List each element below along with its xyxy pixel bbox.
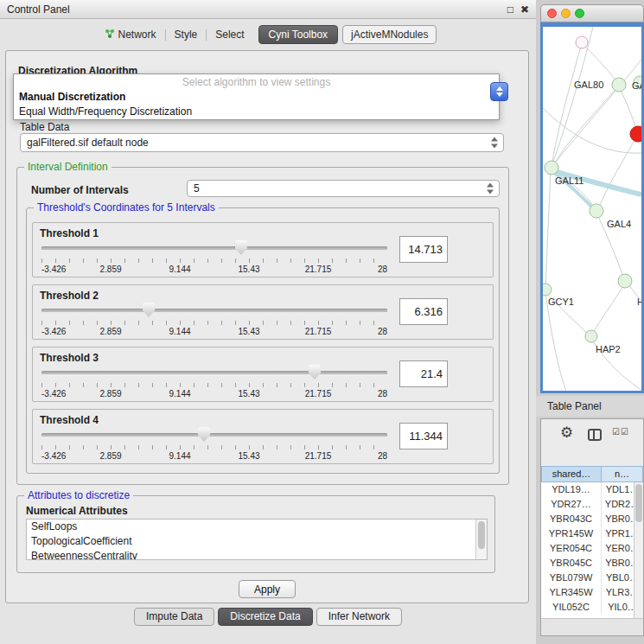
table-row[interactable]: YLR345WYLR3…	[541, 585, 643, 600]
table-row[interactable]: YER054CYER0…	[541, 541, 643, 556]
scale-label: 9.144	[169, 389, 190, 399]
node[interactable]	[618, 274, 632, 288]
threshold-1-value[interactable]: 14.713	[399, 236, 448, 263]
apply-button[interactable]: Apply	[239, 580, 296, 598]
node-label: GA	[632, 80, 641, 91]
slider-thumb[interactable]	[309, 365, 321, 379]
network-view-window: GAL80 GA GAL11 GAL4 GCY1 H HAP2	[540, 4, 644, 393]
threshold-2-value[interactable]: 6.316	[399, 298, 448, 325]
scale-label: 2.859	[99, 451, 121, 461]
cell[interactable]: YDL19…	[541, 482, 602, 497]
threshold-2-block: Threshold 2 -3.426 2.859 9.144 15.43 21.…	[32, 284, 494, 340]
combo-arrows-icon	[487, 183, 494, 194]
dropdown-option-manual-discretization[interactable]: Manual Discretization	[14, 90, 499, 105]
slider-scale: -3.426 2.859 9.144 15.43 21.715 28	[41, 389, 387, 399]
close-icon[interactable]: ✖	[520, 3, 529, 16]
cell[interactable]: YDR27…	[541, 497, 602, 512]
tab-network[interactable]: Network	[99, 26, 162, 44]
attributes-legend: Attributes to discretize	[24, 489, 133, 501]
interval-definition-group: Interval Definition Number of Intervals …	[16, 167, 509, 485]
threshold-3-slider[interactable]: -3.426 2.859 9.144 15.43 21.715 28	[41, 365, 387, 401]
tab-impute-data[interactable]: Impute Data	[134, 608, 214, 626]
cell[interactable]: YBR045C	[541, 556, 602, 571]
table-data-combo-value: galFiltered.sif default node	[27, 137, 149, 149]
bottom-tab-bar: Impute Data Discretize Data Infer Networ…	[0, 608, 536, 626]
table-row[interactable]: YDR27…YDR2…	[541, 497, 643, 512]
node[interactable]	[543, 284, 552, 296]
close-traffic-light-icon[interactable]	[547, 9, 557, 18]
table-data-combo[interactable]: galFiltered.sif default node	[20, 133, 504, 152]
scale-label: 28	[378, 327, 387, 336]
table-header-row: shared… n…	[541, 466, 643, 482]
threshold-1-slider[interactable]: -3.426 2.859 9.144 15.43 21.715 28	[41, 240, 387, 277]
node[interactable]	[545, 161, 558, 175]
algorithm-dropdown-popup: Select algorithm to view settings Manual…	[13, 73, 500, 120]
select-columns-checkboxes-icon[interactable]: ☑☑	[612, 427, 629, 437]
scale-label: 21.715	[305, 327, 332, 336]
scale-label: 28	[378, 451, 387, 461]
cell[interactable]: YPR145W	[541, 526, 602, 541]
tab-jactivemnodules[interactable]: jActiveMNodules	[342, 25, 437, 44]
list-item[interactable]: SelfLoops	[27, 520, 487, 534]
node-label: GCY1	[548, 296, 574, 307]
tab-style[interactable]: Style	[169, 26, 203, 43]
slider-thumb[interactable]	[143, 303, 155, 317]
threshold-3-value[interactable]: 21.4	[399, 360, 448, 387]
tab-infer-network[interactable]: Infer Network	[316, 608, 402, 626]
table-row[interactable]: YBR043CYBR0…	[541, 512, 643, 526]
threshold-3-block: Threshold 3 -3.426 2.859 9.144 15.43 21.…	[32, 347, 494, 402]
network-canvas[interactable]: GAL80 GA GAL11 GAL4 GCY1 H HAP2	[540, 22, 644, 393]
algorithm-combo-stepper-icon[interactable]	[490, 82, 508, 101]
dropdown-option-equal-width-frequency[interactable]: Equal Width/Frequency Discretization	[14, 105, 499, 119]
table-row[interactable]: YIL052CYIL0…	[541, 600, 643, 615]
cell[interactable]: YIL052C	[541, 600, 602, 615]
network-window-titlebar[interactable]	[540, 4, 644, 22]
slider-track	[41, 246, 387, 250]
table-row[interactable]: YBR045CYBR0…	[541, 556, 643, 571]
node[interactable]	[590, 204, 603, 218]
column-header-name[interactable]: n…	[602, 466, 643, 482]
list-scrollbar[interactable]	[475, 520, 487, 559]
table-vertical-scrollbar[interactable]	[634, 482, 643, 618]
scale-label: 9.144	[169, 327, 190, 336]
slider-ticks	[41, 445, 387, 450]
number-of-intervals-label: Number of Intervals	[31, 184, 129, 196]
node[interactable]	[576, 36, 588, 48]
zoom-traffic-light-icon[interactable]	[575, 9, 584, 18]
columns-icon[interactable]	[588, 429, 602, 441]
cell[interactable]: YBL079W	[541, 571, 602, 585]
threshold-2-slider[interactable]: -3.426 2.859 9.144 15.43 21.715 28	[41, 303, 387, 339]
table-row[interactable]: YDL19…YDL1…	[541, 482, 643, 497]
table-row[interactable]: YPR145WYPR1…	[541, 526, 643, 541]
control-panel-titlebar[interactable]: Control Panel □ ✖	[0, 0, 536, 19]
minimize-traffic-light-icon[interactable]	[561, 9, 571, 18]
list-item[interactable]: BetweennessCentrality	[27, 549, 487, 560]
threshold-4-value[interactable]: 11.344	[399, 423, 448, 450]
threshold-4-slider[interactable]: -3.426 2.859 9.144 15.43 21.715 28	[41, 427, 387, 463]
scrollbar-thumb[interactable]	[635, 484, 642, 522]
threshold-1-label: Threshold 1	[40, 227, 99, 239]
cell[interactable]: YLR345W	[541, 585, 602, 600]
selected-node[interactable]	[630, 126, 641, 142]
gear-icon[interactable]: ⚙	[560, 425, 573, 440]
tab-cyni-toolbox[interactable]: Cyni Toolbox	[258, 25, 338, 44]
slider-thumb[interactable]	[198, 427, 210, 442]
node[interactable]	[612, 78, 626, 92]
numerical-attributes-list[interactable]: SelfLoops TopologicalCoefficient Between…	[26, 519, 488, 560]
list-item[interactable]: TopologicalCoefficient	[27, 534, 487, 549]
scale-label: 28	[378, 265, 387, 274]
node-label: GAL4	[607, 219, 631, 229]
tab-select[interactable]: Select	[210, 26, 249, 43]
table-horizontal-scrollbar[interactable]	[541, 618, 643, 635]
scrollbar-thumb[interactable]	[478, 521, 485, 549]
slider-thumb[interactable]	[235, 240, 247, 255]
tab-discretize-data[interactable]: Discretize Data	[218, 608, 312, 626]
column-header-shared-name[interactable]: shared…	[541, 466, 602, 482]
node[interactable]	[585, 330, 597, 342]
float-window-icon[interactable]: □	[507, 3, 513, 16]
cell[interactable]: YER054C	[541, 541, 602, 556]
table-row[interactable]: YBL079WYBL0…	[541, 571, 643, 585]
cell[interactable]: YBR043C	[541, 512, 602, 526]
number-of-intervals-combo[interactable]: 5	[187, 180, 500, 197]
slider-scale: -3.426 2.859 9.144 15.43 21.715 28	[41, 327, 387, 337]
